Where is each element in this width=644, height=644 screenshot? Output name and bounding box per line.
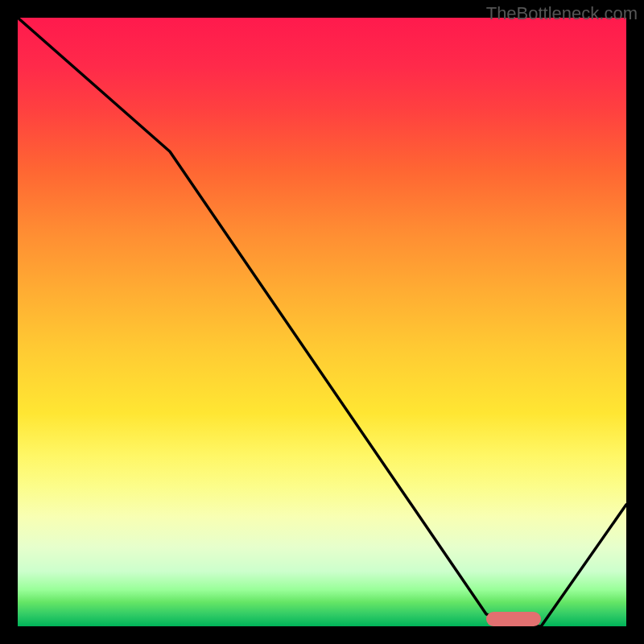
bottleneck-curve [18,18,626,626]
optimal-range-marker [486,612,541,626]
watermark-text: TheBottleneck.com [486,3,638,24]
